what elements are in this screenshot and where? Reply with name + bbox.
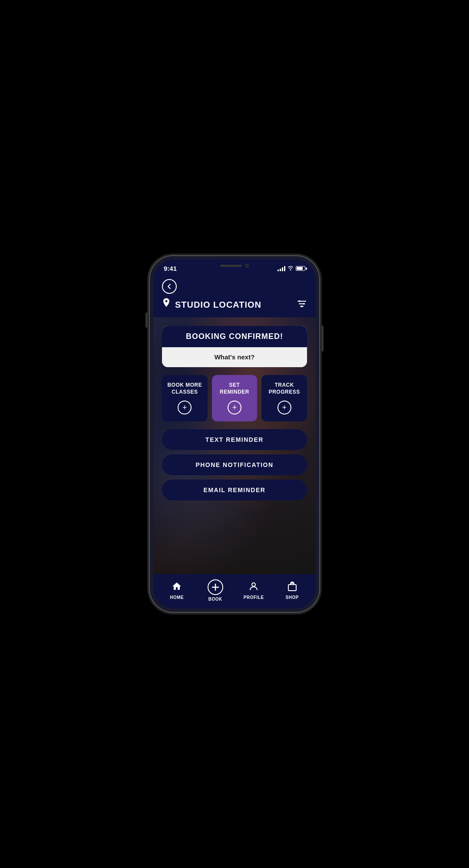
whats-next-text: What's next?: [215, 353, 255, 361]
svg-point-5: [301, 306, 303, 307]
header-title-left: STUDIO LOCATION: [162, 298, 261, 311]
whats-next-section: What's next?: [162, 347, 307, 367]
phone-notification-button[interactable]: PHONE NOTIFICATION: [162, 454, 307, 475]
battery-icon: [296, 266, 305, 271]
nav-item-home[interactable]: HOME: [158, 581, 196, 600]
track-progress-button[interactable]: TRACKPROGRESS +: [261, 375, 307, 421]
filter-icon[interactable]: [297, 299, 307, 310]
set-reminder-plus-icon: +: [228, 401, 241, 414]
profile-icon: [248, 581, 259, 593]
main-content: BOOKING CONFIRMED! What's next? BOOK MOR…: [153, 317, 316, 574]
reminder-buttons: TEXT REMINDER PHONE NOTIFICATION EMAIL R…: [162, 429, 307, 500]
nav-book-label: BOOK: [208, 597, 222, 602]
shop-icon: [287, 581, 297, 593]
book-more-classes-button[interactable]: BOOK MORECLASSES +: [162, 375, 208, 421]
wifi-icon: [287, 266, 294, 272]
nav-profile-label: PROFILE: [244, 595, 264, 600]
svg-rect-10: [291, 582, 294, 584]
booking-confirmed-header: BOOKING CONFIRMED!: [162, 326, 307, 347]
action-buttons-row: BOOK MORECLASSES + SETREMINDER + TRACKPR…: [162, 375, 307, 421]
svg-point-8: [252, 583, 255, 586]
phone-frame: 9:41: [150, 256, 319, 612]
book-circle-icon: [208, 579, 223, 595]
status-time: 9:41: [164, 265, 177, 272]
signal-icon: [277, 266, 285, 271]
nav-shop-label: SHOP: [286, 595, 299, 600]
header-title-row: STUDIO LOCATION: [162, 298, 307, 311]
track-progress-label: TRACKPROGRESS: [269, 382, 300, 395]
set-reminder-button[interactable]: SETREMINDER +: [212, 375, 258, 421]
booking-confirmed-title: BOOKING CONFIRMED!: [186, 332, 283, 341]
book-more-plus-icon: +: [178, 401, 192, 414]
phone-screen: 9:41: [153, 260, 316, 608]
nav-item-shop[interactable]: SHOP: [273, 581, 312, 600]
bottom-nav: HOME BOOK PROFILE: [153, 574, 316, 608]
nav-item-profile[interactable]: PROFILE: [234, 581, 273, 600]
speaker: [220, 265, 242, 267]
location-icon: [162, 298, 171, 311]
booking-card: BOOKING CONFIRMED! What's next?: [162, 326, 307, 367]
header: STUDIO LOCATION: [153, 276, 316, 317]
nav-item-book[interactable]: BOOK: [196, 579, 235, 602]
camera: [245, 264, 249, 267]
phone-notification-label: PHONE NOTIFICATION: [195, 461, 273, 468]
content-overlay: BOOKING CONFIRMED! What's next? BOOK MOR…: [153, 317, 316, 574]
home-icon: [172, 581, 182, 593]
track-progress-plus-icon: +: [277, 401, 291, 414]
text-reminder-label: TEXT REMINDER: [205, 436, 264, 443]
nav-home-label: HOME: [170, 595, 184, 600]
email-reminder-button[interactable]: EMAIL REMINDER: [162, 480, 307, 500]
status-icons: [277, 266, 305, 272]
set-reminder-label: SETREMINDER: [220, 382, 249, 395]
page-title: STUDIO LOCATION: [175, 300, 261, 310]
email-reminder-label: EMAIL REMINDER: [204, 487, 266, 493]
text-reminder-button[interactable]: TEXT REMINDER: [162, 429, 307, 450]
back-button[interactable]: [162, 279, 177, 294]
notch: [206, 260, 263, 272]
book-more-classes-label: BOOK MORECLASSES: [167, 382, 202, 395]
svg-rect-9: [288, 585, 296, 591]
svg-point-3: [299, 300, 301, 302]
svg-point-4: [303, 303, 305, 305]
